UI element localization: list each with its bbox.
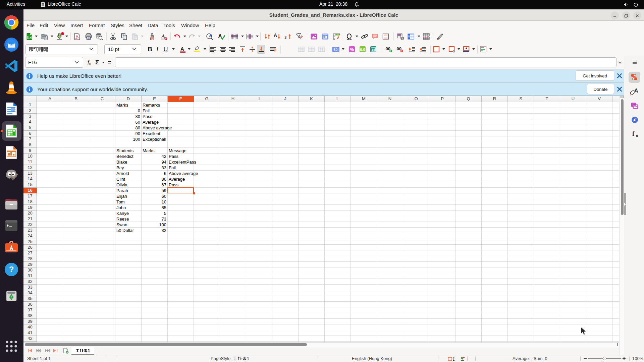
svg-text:z: z bbox=[284, 35, 287, 40]
svg-text:15: 15 bbox=[372, 48, 375, 51]
svg-text:?: ? bbox=[9, 265, 14, 274]
svg-text:%: % bbox=[350, 47, 354, 52]
svg-text:f: f bbox=[632, 130, 635, 137]
svg-text:A: A bbox=[180, 46, 184, 52]
svg-text:A: A bbox=[274, 33, 277, 38]
svg-text:0.0: 0.0 bbox=[360, 48, 365, 52]
